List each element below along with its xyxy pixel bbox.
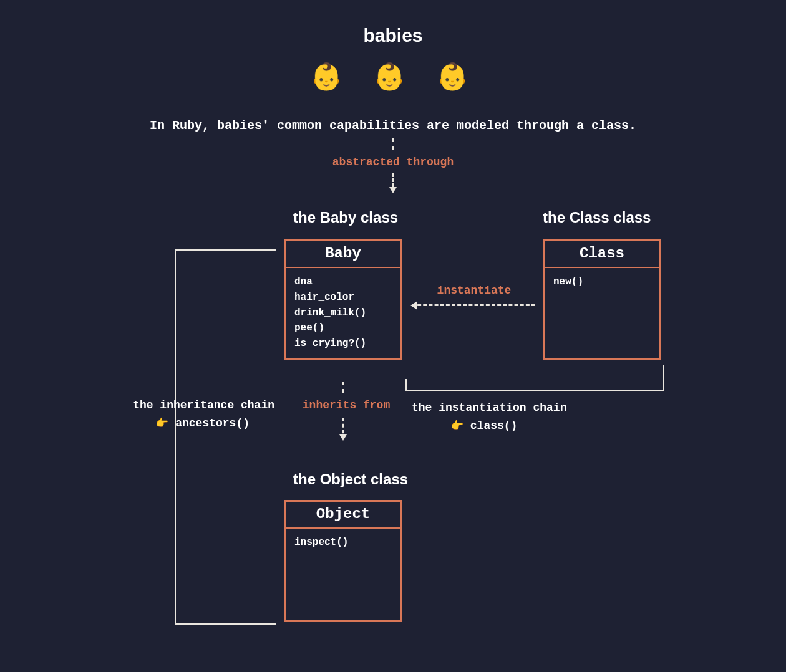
label-inherits-from: inherits from (287, 399, 405, 411)
class-box-class: Class new() (543, 239, 661, 360)
bracket-connector (663, 365, 664, 390)
finger-right-icon: 👉 (155, 418, 168, 430)
finger-right-icon: 👉 (450, 420, 463, 432)
label-instantiation-chain: the instantiation chain 👉 class() (412, 399, 661, 435)
connector-tick (342, 382, 344, 393)
class-name: Baby (286, 241, 400, 268)
baby-icon: 👶 (310, 64, 350, 94)
class-name: Object (286, 502, 400, 529)
chain-label: the instantiation chain (412, 399, 661, 417)
chain-method: ancestors() (175, 417, 250, 430)
arrow-down-icon (392, 173, 394, 192)
baby-icon: 👶 (373, 64, 413, 94)
label-instantiate: instantiate (412, 284, 536, 297)
class-box-baby: Baby dna hair_color drink_milk() pee() i… (284, 239, 402, 360)
baby-emoji-row: 👶 👶 👶 (0, 61, 786, 94)
diagram-title: babies (0, 25, 786, 46)
class-box-object: Object inspect() (284, 500, 402, 622)
label-inheritance-chain: the inheritance chain 👉 ancestors() (81, 396, 274, 433)
chain-label: the inheritance chain (81, 396, 274, 415)
connector-tick (392, 138, 394, 150)
label-abstracted-through: abstracted through (0, 156, 786, 168)
bracket-connector (175, 249, 276, 251)
chain-method: class() (470, 420, 518, 432)
class-members: new() (545, 268, 659, 358)
heading-baby-class: the Baby class (293, 209, 398, 226)
bracket-connector (405, 379, 407, 390)
arrow-left-icon (412, 304, 535, 306)
diagram-description: In Ruby, babies' common capabilities are… (0, 118, 786, 133)
bracket-connector (405, 390, 664, 391)
bracket-connector (175, 623, 276, 625)
baby-icon: 👶 (436, 64, 476, 94)
class-members: dna hair_color drink_milk() pee() is_cry… (286, 268, 400, 358)
arrow-down-icon (342, 418, 344, 439)
bracket-connector (175, 249, 176, 623)
heading-object-class: the Object class (293, 471, 408, 488)
class-name: Class (545, 241, 659, 268)
class-members: inspect() (286, 529, 400, 620)
heading-class-class: the Class class (543, 209, 651, 226)
